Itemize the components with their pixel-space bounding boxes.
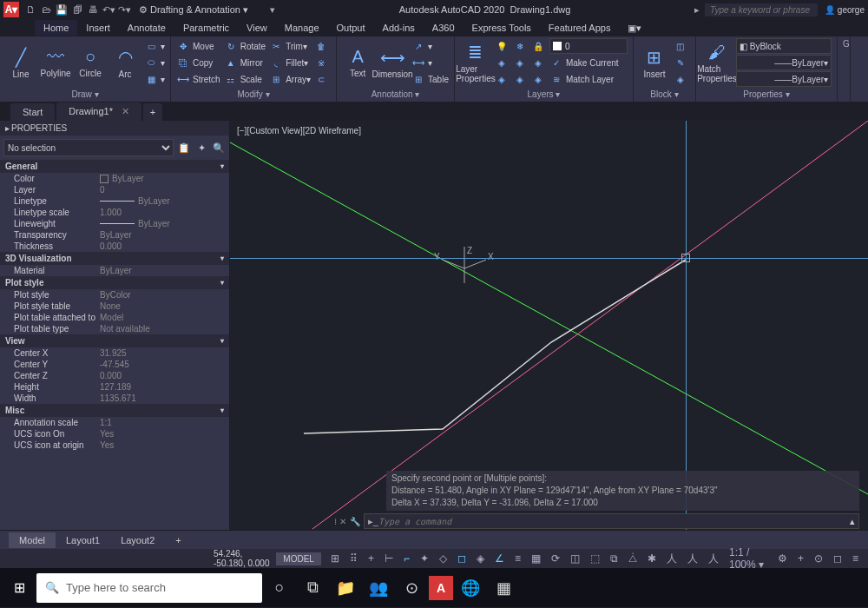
- section-view[interactable]: View: [0, 334, 229, 347]
- polar-icon[interactable]: ✦: [416, 551, 433, 566]
- snap-icon[interactable]: ⠿: [345, 551, 362, 566]
- tab-a360[interactable]: A360: [424, 20, 464, 36]
- workspace-icon[interactable]: ⚙: [773, 551, 792, 566]
- layer-lock-icon[interactable]: 🔒: [531, 38, 548, 54]
- layer-freeze-icon[interactable]: ❄: [513, 38, 529, 54]
- qat-redo-icon[interactable]: ↷▾: [117, 3, 131, 17]
- teams-icon[interactable]: 👥: [363, 572, 394, 604]
- tab-drawing1[interactable]: Drawing1*✕: [56, 102, 141, 121]
- linetype-combo[interactable]: —— ByLayer ▾: [736, 55, 832, 70]
- scale-button[interactable]: ⚏Scale: [224, 71, 266, 87]
- explode-button[interactable]: ※: [314, 55, 331, 70]
- tab-view[interactable]: View: [238, 20, 276, 36]
- draw-ellipse-button[interactable]: ⬭▾: [144, 55, 165, 70]
- block-create-icon[interactable]: ◫: [674, 38, 690, 54]
- cmdline-options-icon[interactable]: 🔧: [350, 517, 360, 526]
- cycling-icon[interactable]: ⟳: [547, 551, 564, 566]
- filter-icon[interactable]: ⧉: [606, 551, 622, 566]
- move-button[interactable]: ✥Move: [176, 38, 220, 54]
- layer-state-icon[interactable]: ◈: [531, 55, 548, 70]
- osnap-icon[interactable]: ◻: [453, 551, 470, 566]
- line-button[interactable]: ╱Line: [5, 38, 36, 87]
- block-edit-icon[interactable]: ✎: [674, 55, 690, 70]
- panel-annotation-title[interactable]: Annotation ▾: [342, 89, 449, 100]
- fillet-button[interactable]: ◟Fillet ▾: [269, 55, 311, 70]
- cmdline-recent-icon[interactable]: ▴: [850, 516, 855, 527]
- explorer-icon[interactable]: 📁: [330, 572, 361, 604]
- draw-hatch-button[interactable]: ▦▾: [144, 71, 165, 87]
- section-plot[interactable]: Plot style: [0, 276, 229, 289]
- match-layer-button[interactable]: ≋Match Layer: [549, 71, 614, 87]
- section-misc[interactable]: Misc: [0, 404, 229, 417]
- trim-button[interactable]: ✂Trim ▾: [269, 38, 311, 54]
- layer-combo[interactable]: 0: [549, 38, 628, 54]
- layout-1[interactable]: Layout1: [56, 532, 110, 548]
- copy-button[interactable]: ⿻Copy: [176, 55, 220, 70]
- selection-combo[interactable]: No selection: [3, 139, 174, 156]
- qat-overflow-icon[interactable]: ▾: [266, 3, 279, 17]
- dynamic-ucs-icon[interactable]: ⬚: [586, 551, 604, 566]
- layer-iso-icon[interactable]: ◈: [495, 55, 511, 70]
- tab-insert[interactable]: Insert: [77, 20, 119, 36]
- chrome-icon[interactable]: 🌐: [455, 572, 486, 604]
- tab-more-icon[interactable]: ▣▾: [619, 20, 650, 36]
- annotation-icon[interactable]: ✱: [643, 551, 661, 566]
- anno-auto-icon[interactable]: 人: [704, 550, 723, 568]
- infer-icon[interactable]: +: [364, 551, 378, 566]
- anno-scale-icon[interactable]: 人: [662, 550, 681, 568]
- section-general[interactable]: General: [0, 160, 229, 173]
- lineweight-icon[interactable]: ≡: [510, 551, 525, 566]
- polyline-button[interactable]: 〰Polyline: [40, 38, 71, 87]
- section-3dviz[interactable]: 3D Visualization: [0, 252, 229, 265]
- panel-block-title[interactable]: Block ▾: [639, 89, 690, 100]
- start-button[interactable]: ⊞: [3, 572, 35, 604]
- quick-select-icon[interactable]: 🔍: [212, 141, 226, 155]
- dynamic-input-icon[interactable]: ⊢: [380, 551, 398, 566]
- tab-featured[interactable]: Featured Apps: [540, 20, 620, 36]
- qat-new-icon[interactable]: 🗋: [23, 3, 37, 17]
- layer-properties-button[interactable]: ≣Layer Properties: [460, 38, 491, 87]
- layer-on-icon[interactable]: ◈: [495, 71, 511, 87]
- grid-icon[interactable]: ⊞: [326, 551, 344, 566]
- monitor-icon[interactable]: +: [793, 551, 808, 566]
- draw-rect-button[interactable]: ▭▾: [144, 38, 165, 54]
- layer-uniso-icon[interactable]: ◈: [513, 55, 529, 70]
- windows-search[interactable]: Type here to search: [36, 573, 262, 603]
- scale-combo[interactable]: 1:1 / 100% ▾: [725, 545, 772, 572]
- leader-button[interactable]: ↗▾: [411, 38, 449, 54]
- layout-2[interactable]: Layout2: [110, 532, 165, 548]
- arc-button[interactable]: ◠Arc: [109, 38, 141, 87]
- ortho-icon[interactable]: ⌐: [399, 551, 414, 566]
- autocad-taskbar-icon[interactable]: A: [429, 576, 453, 600]
- pickadd-icon[interactable]: 📋: [177, 141, 191, 155]
- layout-new[interactable]: +: [165, 532, 191, 548]
- layout-model[interactable]: Model: [9, 532, 56, 548]
- user-menu[interactable]: george: [825, 5, 865, 15]
- color-combo[interactable]: ◧ ByBlock: [736, 38, 832, 54]
- panel-modify-title[interactable]: Modify ▾: [176, 89, 331, 100]
- insert-button[interactable]: ⊞Insert: [639, 38, 670, 87]
- lineweight-combo[interactable]: —— ByLayer ▾: [736, 71, 832, 87]
- tab-home[interactable]: Home: [35, 20, 77, 36]
- layer-thaw-icon[interactable]: ◈: [513, 71, 529, 87]
- qat-saveas-icon[interactable]: 🗐: [70, 3, 84, 17]
- erase-button[interactable]: 🗑: [314, 38, 331, 54]
- dim-more-button[interactable]: ⟷▾: [411, 55, 449, 70]
- tab-output[interactable]: Output: [328, 20, 374, 36]
- circle-button[interactable]: ○Circle: [75, 38, 106, 87]
- qat-print-icon[interactable]: 🖶: [86, 3, 100, 17]
- panel-layers-title[interactable]: Layers ▾: [460, 89, 628, 100]
- coordinates[interactable]: 54.246, -50.180, 0.000: [214, 549, 271, 568]
- transparency-icon[interactable]: ▦: [527, 551, 545, 566]
- qat-undo-icon[interactable]: ↶▾: [102, 3, 115, 17]
- match-properties-button[interactable]: 🖌Match Properties: [701, 38, 733, 87]
- tab-manage[interactable]: Manage: [276, 20, 328, 36]
- drawing-canvas[interactable]: [−][Custom View][2D Wireframe] ZXY Speci…: [230, 121, 868, 530]
- layer-unlock-icon[interactable]: ◈: [531, 71, 548, 87]
- layer-off-icon[interactable]: 💡: [495, 38, 511, 54]
- workspace-selector[interactable]: Drafting & Annotation ▾: [139, 4, 248, 16]
- tab-express[interactable]: Express Tools: [464, 20, 540, 36]
- offset-button[interactable]: ⊂: [314, 71, 331, 87]
- cortana-icon[interactable]: ○: [264, 572, 295, 604]
- help-search-input[interactable]: [705, 3, 818, 17]
